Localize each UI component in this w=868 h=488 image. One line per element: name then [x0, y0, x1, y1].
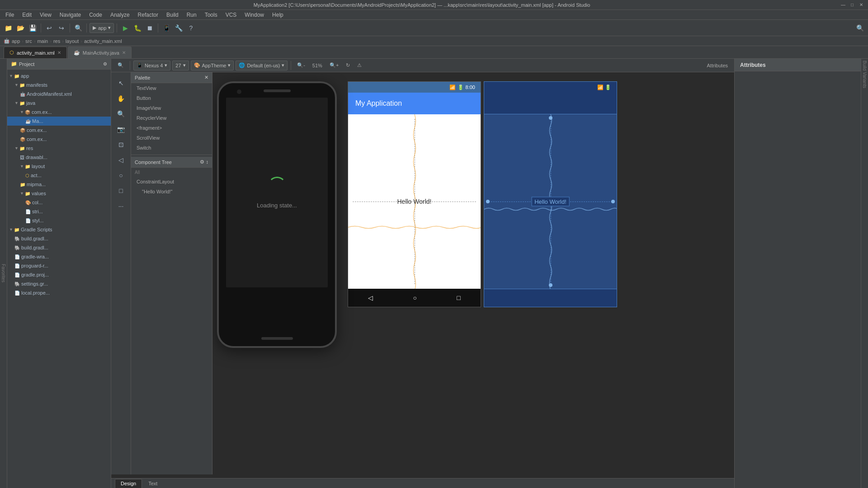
- tab-mainactivity[interactable]: ☕ MainActivity.java ✕: [68, 47, 132, 58]
- palette-switch[interactable]: Switch: [131, 143, 212, 153]
- close-button[interactable]: ✕: [858, 2, 864, 8]
- nav-layout[interactable]: layout: [66, 38, 79, 44]
- search-everywhere-btn[interactable]: 🔍: [854, 23, 865, 33]
- build-variants-label[interactable]: Build Variants: [861, 59, 868, 90]
- menu-navigate[interactable]: Navigate: [56, 11, 85, 19]
- undo-btn[interactable]: ↩: [44, 23, 55, 33]
- tree-activity-main[interactable]: ⬡ act...: [7, 171, 111, 180]
- zoom-fit-btn[interactable]: ⊡: [114, 137, 128, 152]
- tree-build-gradle-1[interactable]: 🐘 build.gradl...: [7, 234, 111, 243]
- zoom-label[interactable]: 51%: [310, 61, 325, 70]
- tree-manifests[interactable]: ▼ 📁 manifests: [7, 80, 111, 89]
- menu-tools[interactable]: Tools: [201, 11, 221, 19]
- palette-recyclerview[interactable]: RecyclerView: [131, 113, 212, 123]
- menu-refactor[interactable]: Refactor: [134, 11, 162, 19]
- ct-hello-world[interactable]: "Hello World!": [131, 187, 212, 197]
- ct-constraint-layout[interactable]: ConstraintLayout: [131, 177, 212, 187]
- palette-fragment[interactable]: <fragment>: [131, 123, 212, 133]
- save-btn[interactable]: 💾: [27, 23, 38, 33]
- maximize-button[interactable]: □: [849, 2, 855, 8]
- avd-btn[interactable]: 📱: [161, 23, 172, 33]
- nav-home-icon[interactable]: ○: [413, 294, 417, 301]
- tab-activity-main-close[interactable]: ✕: [57, 50, 61, 55]
- menu-code[interactable]: Code: [85, 11, 106, 19]
- tab-mainactivity-close[interactable]: ✕: [122, 50, 126, 55]
- menu-view[interactable]: View: [36, 11, 55, 19]
- menu-file[interactable]: File: [2, 11, 18, 19]
- run-config-dropdown[interactable]: ▶app▾: [90, 23, 114, 33]
- nav-back-icon[interactable]: ◁: [368, 294, 373, 301]
- project-settings-btn[interactable]: ⚙: [103, 61, 107, 66]
- tree-comex2[interactable]: 📦 com.ex...: [7, 126, 111, 135]
- tree-colors[interactable]: 🎨 col...: [7, 198, 111, 207]
- more-btn[interactable]: ···: [114, 199, 128, 213]
- attributes-btn[interactable]: Attributes: [704, 61, 731, 70]
- locale-dropdown[interactable]: 🌐 Default (en-us) ▾: [236, 61, 288, 70]
- menu-vcs[interactable]: VCS: [222, 11, 241, 19]
- nav-activity-main[interactable]: activity_main.xml: [84, 38, 122, 44]
- minimize-button[interactable]: —: [840, 2, 846, 8]
- palette-scrollview[interactable]: ScrollView: [131, 133, 212, 143]
- square-btn[interactable]: □: [114, 183, 128, 198]
- run-btn[interactable]: ▶: [120, 23, 131, 33]
- menu-analyze[interactable]: Analyze: [107, 11, 133, 19]
- stop-btn[interactable]: ⏹: [144, 23, 155, 33]
- tab-activity-main[interactable]: ⬡ activity_main.xml ✕: [4, 47, 67, 58]
- tree-proguard[interactable]: 📄 proguard-r...: [7, 261, 111, 270]
- palette-close-btn[interactable]: ✕: [204, 75, 208, 80]
- camera-btn[interactable]: 📷: [114, 122, 128, 136]
- nav-recent-icon[interactable]: □: [457, 294, 460, 301]
- back-btn[interactable]: ◁: [114, 153, 128, 167]
- palette-imageview[interactable]: ImageView: [131, 103, 212, 113]
- circle-btn[interactable]: ○: [114, 168, 128, 183]
- android-content[interactable]: Hello World!: [348, 114, 481, 289]
- zoom-out-btn[interactable]: 🔍-: [294, 61, 308, 70]
- tree-styles[interactable]: 📄 styl...: [7, 216, 111, 225]
- hello-world-label[interactable]: Hello World!: [397, 198, 432, 205]
- tree-gradle-scripts[interactable]: ▼ 📁 Gradle Scripts: [7, 225, 111, 234]
- api-dropdown[interactable]: 27 ▾: [172, 61, 189, 70]
- bp-content[interactable]: Hello World!: [484, 114, 617, 289]
- pan-btn[interactable]: ✋: [114, 91, 128, 106]
- palette-textview[interactable]: TextView: [131, 83, 212, 93]
- tree-build-gradle-2[interactable]: 🐘 build.gradl...: [7, 243, 111, 252]
- nav-res[interactable]: res: [53, 38, 60, 44]
- menu-run[interactable]: Run: [183, 11, 200, 19]
- debug-btn[interactable]: 🐛: [132, 23, 143, 33]
- tree-local-properties[interactable]: 📄 local.prope...: [7, 288, 111, 297]
- menu-help[interactable]: Help: [269, 11, 287, 19]
- tree-comex3[interactable]: 📦 com.ex...: [7, 135, 111, 144]
- help-btn[interactable]: ?: [185, 23, 196, 33]
- menu-window[interactable]: Window: [241, 11, 268, 19]
- nav-src[interactable]: src: [25, 38, 32, 44]
- zoom-tool-btn[interactable]: 🔍: [114, 107, 128, 121]
- tree-app[interactable]: ▼ 📁 app: [7, 71, 111, 80]
- nav-app[interactable]: app: [12, 38, 20, 44]
- search-palette-btn[interactable]: 🔍: [115, 61, 127, 70]
- palette-button[interactable]: Button: [131, 93, 212, 103]
- tree-settings-gradle[interactable]: 🐘 settings.gr...: [7, 279, 111, 288]
- favorites-label[interactable]: Favorites: [1, 264, 6, 282]
- tree-layout[interactable]: ▼ 📁 layout: [7, 162, 111, 171]
- select-btn[interactable]: ↖: [114, 76, 128, 90]
- redo-btn[interactable]: ↪: [56, 23, 67, 33]
- zoom-in-btn[interactable]: 🔍+: [327, 61, 341, 70]
- menu-edit[interactable]: Edit: [19, 11, 35, 19]
- tree-mainactivity[interactable]: ☕ Ma...: [7, 117, 111, 126]
- warn-btn[interactable]: ⚠: [354, 61, 364, 70]
- bp-hello-world[interactable]: Hello World!: [531, 197, 570, 206]
- tree-comex1[interactable]: ▼ 📦 com.ex...: [7, 108, 111, 117]
- open-btn[interactable]: 📂: [15, 23, 26, 33]
- new-project-btn[interactable]: 📁: [3, 23, 14, 33]
- tree-values[interactable]: ▼ 📁 values: [7, 189, 111, 198]
- tree-java[interactable]: ▼ 📁 java: [7, 99, 111, 108]
- refresh-btn[interactable]: ↻: [343, 61, 353, 70]
- sdk-btn[interactable]: 🔧: [173, 23, 184, 33]
- search-btn[interactable]: 🔍: [73, 23, 84, 33]
- tree-strings[interactable]: 📄 stri...: [7, 207, 111, 216]
- tab-design[interactable]: Design: [115, 479, 142, 488]
- tree-androidmanifest[interactable]: 🤖 AndroidManifest.xml: [7, 89, 111, 99]
- tree-drawable[interactable]: 🖼 drawabl...: [7, 153, 111, 162]
- tab-text[interactable]: Text: [143, 479, 163, 488]
- device-dropdown[interactable]: 📱 Nexus 4 ▾: [133, 61, 170, 70]
